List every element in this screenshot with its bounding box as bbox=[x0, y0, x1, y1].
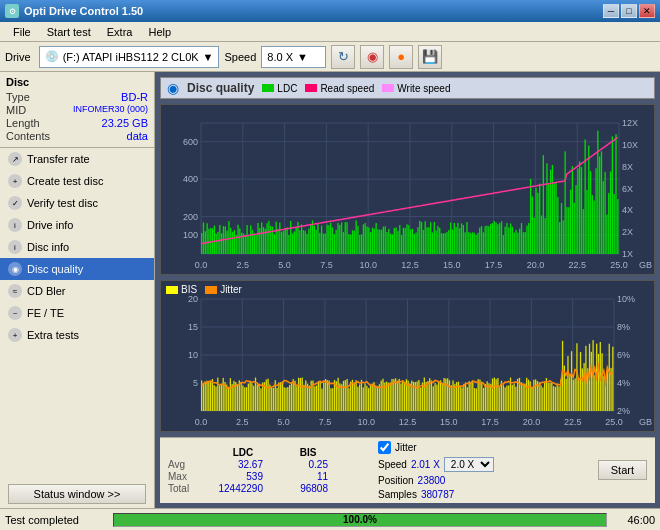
lower-chart-canvas bbox=[161, 281, 654, 431]
menu-start-test[interactable]: Start test bbox=[39, 25, 99, 39]
samples-label: Samples bbox=[378, 489, 417, 500]
sidebar-item-fe-te[interactable]: ~ FE / TE bbox=[0, 302, 154, 324]
disc-quality-title: Disc quality bbox=[187, 81, 254, 95]
menu-help[interactable]: Help bbox=[140, 25, 179, 39]
extra-tests-icon: + bbox=[8, 328, 22, 342]
app-icon: ⊙ bbox=[5, 4, 19, 18]
disc-contents-label: Contents bbox=[6, 130, 50, 142]
sidebar-item-label: Disc info bbox=[27, 241, 69, 253]
disc-info-icon: i bbox=[8, 240, 22, 254]
sidebar-item-disc-quality[interactable]: ◉ Disc quality bbox=[0, 258, 154, 280]
disc-contents-row: Contents data bbox=[6, 130, 148, 142]
sidebar: Disc Type BD-R MID INFOMER30 (000) Lengt… bbox=[0, 72, 155, 508]
disc-type-value: BD-R bbox=[121, 91, 148, 103]
disc-button[interactable]: ◉ bbox=[360, 45, 384, 69]
create-test-icon: + bbox=[8, 174, 22, 188]
disc-quality-header-icon: ◉ bbox=[167, 80, 179, 96]
upper-chart bbox=[160, 104, 655, 275]
save-button[interactable]: 💾 bbox=[418, 45, 442, 69]
sidebar-item-verify-test-disc[interactable]: ✓ Verify test disc bbox=[0, 192, 154, 214]
upper-chart-canvas bbox=[161, 105, 654, 274]
jitter-label: Jitter bbox=[395, 442, 417, 453]
speed-stat-value: 2.01 X bbox=[411, 459, 440, 470]
jitter-legend-color bbox=[205, 286, 217, 294]
jitter-checkbox[interactable] bbox=[378, 441, 391, 454]
time-display: 46:00 bbox=[615, 514, 655, 526]
disc-mid-value: INFOMER30 (000) bbox=[73, 104, 148, 116]
legend-write-speed: Write speed bbox=[382, 83, 450, 94]
position-value: 23800 bbox=[418, 475, 446, 486]
legend-write-speed-color bbox=[382, 84, 394, 92]
disc-quality-header: ◉ Disc quality LDC Read speed Write spee… bbox=[160, 77, 655, 99]
avg-bis: 0.25 bbox=[278, 459, 338, 470]
sidebar-item-label: Create test disc bbox=[27, 175, 103, 187]
speed-selector[interactable]: 8.0 X ▼ bbox=[261, 46, 326, 68]
transfer-rate-icon: ↗ bbox=[8, 152, 22, 166]
sidebar-item-label: Drive info bbox=[27, 219, 73, 231]
max-ldc: 539 bbox=[208, 471, 278, 482]
drive-label: Drive bbox=[5, 51, 31, 63]
disc-section-title: Disc bbox=[6, 76, 148, 88]
sidebar-item-label: FE / TE bbox=[27, 307, 64, 319]
status-bar: Test completed 100.0% 46:00 bbox=[0, 508, 660, 530]
sidebar-item-label: Transfer rate bbox=[27, 153, 90, 165]
legend-read-speed-color bbox=[305, 84, 317, 92]
menu-extra[interactable]: Extra bbox=[99, 25, 141, 39]
sidebar-item-label: Extra tests bbox=[27, 329, 79, 341]
legend-ldc: LDC bbox=[262, 83, 297, 94]
speed-stat-label: Speed bbox=[378, 459, 407, 470]
drive-info-icon: i bbox=[8, 218, 22, 232]
sidebar-item-create-test-disc[interactable]: + Create test disc bbox=[0, 170, 154, 192]
disc-type-label: Type bbox=[6, 91, 30, 103]
refresh-button[interactable]: ↻ bbox=[331, 45, 355, 69]
bis-legend-label: BIS bbox=[181, 284, 197, 295]
legend-ldc-color bbox=[262, 84, 274, 92]
title-bar: ⊙ Opti Drive Control 1.50 ─ □ ✕ bbox=[0, 0, 660, 22]
disc-mid-label: MID bbox=[6, 104, 26, 116]
speed-stat-select[interactable]: 2.0 X bbox=[444, 457, 494, 472]
maximize-button[interactable]: □ bbox=[621, 4, 637, 18]
disc-length-label: Length bbox=[6, 117, 40, 129]
record-button[interactable]: ● bbox=[389, 45, 413, 69]
status-window-button[interactable]: Status window >> bbox=[8, 484, 146, 504]
minimize-button[interactable]: ─ bbox=[603, 4, 619, 18]
progress-label: 100.0% bbox=[114, 514, 606, 526]
sidebar-item-disc-info[interactable]: i Disc info bbox=[0, 236, 154, 258]
total-bis: 96808 bbox=[278, 483, 338, 494]
legend-read-speed-label: Read speed bbox=[320, 83, 374, 94]
main-layout: Disc Type BD-R MID INFOMER30 (000) Lengt… bbox=[0, 72, 660, 508]
sidebar-item-extra-tests[interactable]: + Extra tests bbox=[0, 324, 154, 346]
disc-contents-value: data bbox=[127, 130, 148, 142]
jitter-legend-label: Jitter bbox=[220, 284, 242, 295]
sidebar-item-label: CD Bler bbox=[27, 285, 66, 297]
menu-bar: File Start test Extra Help bbox=[0, 22, 660, 42]
progress-bar: 100.0% bbox=[113, 513, 607, 527]
menu-file[interactable]: File bbox=[5, 25, 39, 39]
drive-dropdown-icon: ▼ bbox=[203, 51, 214, 63]
status-text: Test completed bbox=[5, 514, 105, 526]
app-title: Opti Drive Control 1.50 bbox=[24, 5, 143, 17]
sidebar-item-drive-info[interactable]: i Drive info bbox=[0, 214, 154, 236]
sidebar-item-cd-bler[interactable]: ≈ CD Bler bbox=[0, 280, 154, 302]
position-label: Position bbox=[378, 475, 414, 486]
total-label: Total bbox=[168, 483, 208, 494]
close-button[interactable]: ✕ bbox=[639, 4, 655, 18]
sidebar-item-transfer-rate[interactable]: ↗ Transfer rate bbox=[0, 148, 154, 170]
cd-bler-icon: ≈ bbox=[8, 284, 22, 298]
drive-icon: 💿 bbox=[45, 50, 59, 63]
sidebar-item-label: Disc quality bbox=[27, 263, 83, 275]
sidebar-item-label: Verify test disc bbox=[27, 197, 98, 209]
total-ldc: 12442290 bbox=[208, 483, 278, 494]
disc-length-value: 23.25 GB bbox=[102, 117, 148, 129]
speed-dropdown-icon: ▼ bbox=[297, 51, 308, 63]
stats-bar: LDC BIS Avg 32.67 0.25 Max 539 11 Total … bbox=[160, 437, 655, 503]
disc-length-row: Length 23.25 GB bbox=[6, 117, 148, 129]
legend-ldc-label: LDC bbox=[277, 83, 297, 94]
start-test-button[interactable]: Start bbox=[598, 460, 647, 480]
speed-value: 8.0 X bbox=[267, 51, 293, 63]
bis-legend-color bbox=[166, 286, 178, 294]
drive-selector[interactable]: 💿 (F:) ATAPI iHBS112 2 CL0K ▼ bbox=[39, 46, 220, 68]
lower-chart: BIS Jitter bbox=[160, 280, 655, 432]
verify-test-icon: ✓ bbox=[8, 196, 22, 210]
disc-type-row: Type BD-R bbox=[6, 91, 148, 103]
